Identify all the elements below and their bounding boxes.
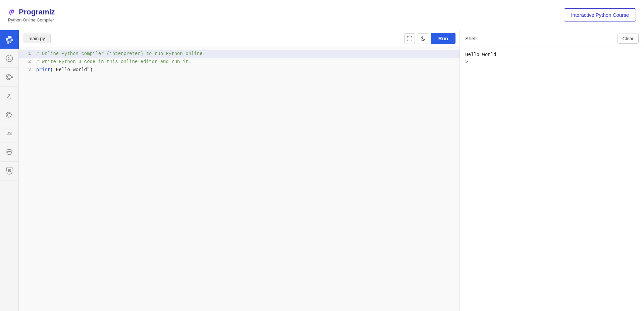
dark-mode-button[interactable] [418, 33, 428, 44]
line-number-3: 3 [21, 66, 31, 74]
svg-point-1 [6, 55, 13, 62]
sidebar-item-csharp[interactable] [0, 105, 19, 124]
c-icon [5, 54, 14, 63]
line-number-2: 2 [21, 58, 31, 66]
cpp-icon [5, 73, 14, 82]
editor-area: main.py Run 1 # Online Python compiler (… [19, 30, 460, 311]
sidebar-item-html[interactable] [0, 162, 19, 180]
python-icon [5, 35, 14, 44]
line-number-1: 1 [21, 50, 31, 58]
js-label: JS [7, 131, 12, 136]
svg-point-2 [6, 74, 11, 80]
moon-icon [420, 36, 426, 41]
code-editor[interactable]: 1 # Online Python compiler (interpreter)… [19, 47, 460, 311]
sidebar: JS [0, 30, 19, 311]
shell-output[interactable]: Hello world > [460, 47, 644, 311]
main-layout: JS main.py [0, 30, 644, 311]
shell-output-prompt: > [465, 58, 639, 66]
logo-name: Programiz [19, 8, 55, 16]
run-button[interactable]: Run [431, 33, 455, 44]
sidebar-item-sql[interactable] [0, 143, 19, 162]
keyword-print: print [36, 67, 50, 72]
line-content-1: # Online Python compiler (interpreter) t… [36, 50, 205, 58]
shell-area: Shell Clear Hello world > [460, 30, 644, 311]
sidebar-item-c[interactable] [0, 49, 19, 68]
java-icon [5, 92, 14, 100]
logo-title: Programiz [8, 7, 55, 17]
sidebar-item-python[interactable] [0, 30, 19, 49]
file-tab[interactable]: main.py [23, 34, 51, 43]
logo-subtitle: Python Online Compiler [8, 17, 55, 22]
line-content-2: # Write Python 3 code in this online edi… [36, 58, 191, 66]
html-icon [5, 167, 14, 175]
code-line-2: 2 # Write Python 3 code in this online e… [19, 58, 460, 66]
editor-toolbar: main.py Run [19, 30, 460, 47]
sidebar-item-js[interactable]: JS [0, 124, 19, 143]
shell-prompt-symbol: > [465, 59, 468, 65]
sidebar-item-java[interactable] [0, 87, 19, 105]
line-content-3: print("Hello world") [36, 66, 93, 74]
clear-button[interactable]: Clear [618, 34, 639, 44]
shell-output-hello: Hello world [465, 51, 639, 58]
svg-point-11 [7, 149, 12, 152]
fullscreen-button[interactable] [404, 33, 415, 44]
sidebar-item-cpp[interactable] [0, 68, 19, 87]
header: Programiz Python Online Compiler Interac… [0, 0, 644, 30]
code-line-1: 1 # Online Python compiler (interpreter)… [19, 50, 460, 58]
logo-area: Programiz Python Online Compiler [8, 7, 55, 22]
fullscreen-icon [407, 36, 412, 41]
svg-point-0 [13, 10, 14, 11]
shell-toolbar: Shell Clear [460, 30, 644, 47]
code-lines: 1 # Online Python compiler (interpreter)… [19, 47, 460, 76]
shell-title: Shell [465, 36, 618, 41]
interactive-course-button[interactable]: Interactive Python Course [564, 8, 636, 21]
code-line-3: 3 print("Hello world") [19, 66, 460, 74]
csharp-icon [5, 110, 14, 119]
programiz-logo-icon [8, 7, 17, 17]
svg-point-8 [6, 112, 11, 117]
sql-icon [5, 148, 14, 157]
